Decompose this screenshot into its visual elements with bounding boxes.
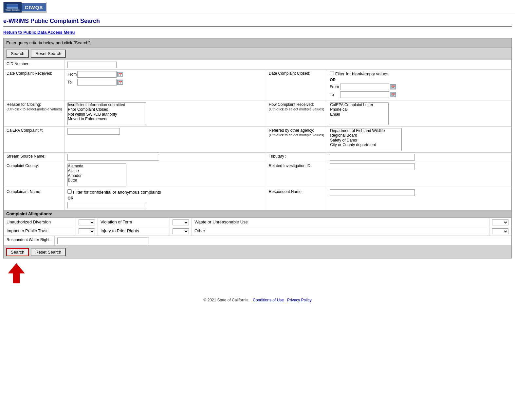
injury-select[interactable] — [173, 228, 189, 234]
impact-select[interactable] — [79, 228, 95, 234]
stream-source-input[interactable] — [67, 154, 159, 161]
complainant-label: Complainant Name: — [4, 188, 65, 210]
tributary-label: Tributary : — [266, 153, 327, 162]
cid-row: CID Number: — [4, 60, 511, 70]
how-complaint-label: How Complaint Received: (Ctrl-click to s… — [266, 101, 327, 127]
county-select[interactable]: Alameda Alpine Amador Butte — [67, 163, 126, 186]
filter-blank-checkbox[interactable] — [330, 71, 334, 75]
how-value: CalEPA Complaint Letter Phone call Email — [327, 101, 511, 127]
county-row: Complaint County: Alameda Alpine Amador … — [4, 162, 511, 188]
date-closed-from-input[interactable] — [340, 84, 389, 90]
form-container: Enter query criteria below and click "Se… — [3, 38, 512, 258]
reason-value: Insufficient information submitted Prior… — [65, 101, 266, 127]
return-link[interactable]: Return to Public Data Access Menu — [3, 30, 75, 35]
reason-select[interactable]: Insufficient information submitted Prior… — [67, 102, 146, 125]
allegations-row-2: Impact to Public Trust Injury to Prior R… — [4, 227, 511, 236]
top-reset-button[interactable]: Reset Search — [31, 49, 66, 58]
injury-select-cell — [170, 227, 192, 236]
calepa-value — [65, 127, 266, 153]
or-label-complainant: OR — [67, 196, 263, 200]
water-right-table: Respondent Water Right : — [4, 236, 511, 246]
date-received-value: From 📅 To 📅 — [65, 70, 266, 101]
respondent-name-input[interactable] — [330, 189, 415, 196]
tributary-input[interactable] — [330, 154, 415, 161]
related-inv-label: Related Investigation ID: — [266, 162, 327, 188]
bottom-button-bar: Search Reset Search — [4, 246, 511, 258]
date-closed-to-input[interactable] — [340, 91, 389, 98]
calepa-input[interactable] — [67, 128, 120, 135]
date-closed-label: Date Complaint Closed: — [266, 70, 327, 101]
date-received-to-input[interactable] — [77, 79, 117, 86]
from-label: From — [67, 72, 77, 77]
county-option-2: Alpine — [68, 168, 126, 173]
date-closed-to-row: To 📅 — [330, 91, 508, 98]
water-right-value — [54, 236, 511, 246]
ciwqs-label: CIWQS — [22, 3, 46, 11]
violation-label: Violation of Term — [98, 218, 170, 227]
date-from-row: From 📅 — [67, 71, 263, 78]
bottom-search-button[interactable]: Search — [6, 248, 29, 256]
arrow-container — [0, 258, 515, 288]
waste-label: Waste or Unreasonable Use — [192, 218, 489, 227]
page-title: e-WRIMS Public Complaint Search — [0, 15, 515, 26]
conditions-link[interactable]: Conditions of Use — [253, 298, 284, 302]
up-arrow-icon — [7, 262, 26, 285]
complainant-row: Complainant Name: Filter for confidentia… — [4, 188, 511, 210]
footer: © 2021 State of California. Conditions o… — [0, 291, 515, 309]
violation-select-cell — [170, 218, 192, 227]
complainant-value: Filter for confidential or anonymous com… — [65, 188, 266, 210]
return-link-container: Return to Public Data Access Menu — [0, 29, 515, 38]
referred-option-3: Safety of Dams — [330, 138, 401, 143]
related-inv-input[interactable] — [330, 163, 415, 170]
title-divider — [3, 26, 512, 27]
privacy-link[interactable]: Privacy Policy — [287, 298, 312, 302]
date-closed-value: Filter for blank/empty values OR From 📅 … — [327, 70, 511, 101]
stream-source-value — [65, 153, 266, 162]
cid-input[interactable] — [67, 62, 117, 68]
how-option-2: Phone call — [330, 107, 388, 112]
filter-confidential-checkbox[interactable] — [67, 189, 72, 194]
reason-option-4: Moved to Enforcement — [68, 117, 146, 121]
allegations-table: Unauthorized Diversion Violation of Term… — [4, 218, 511, 236]
calepa-label: CalEPA Complaint #: — [4, 127, 65, 153]
cid-value-cell — [65, 60, 511, 70]
complainant-input[interactable] — [67, 202, 146, 208]
waterboards-label: Water Boards — [6, 9, 20, 11]
other-label: Other — [192, 227, 489, 236]
referred-select[interactable]: Department of Fish and Wildlife Regional… — [330, 128, 402, 151]
waste-select[interactable] — [492, 220, 508, 225]
water-right-label: Respondent Water Right : — [4, 236, 55, 246]
tributary-value — [327, 153, 511, 162]
cid-label: CID Number: — [4, 60, 65, 70]
impact-select-cell — [76, 227, 98, 236]
date-received-from-input[interactable] — [77, 71, 117, 78]
how-select[interactable]: CalEPA Complaint Letter Phone call Email — [330, 102, 389, 125]
query-instruction: Enter query criteria below and click "Se… — [4, 38, 511, 48]
date-received-row: Date Complaint Received: From 📅 To 📅 Dat… — [4, 70, 511, 101]
violation-select[interactable] — [173, 220, 189, 225]
unauthorized-select[interactable] — [79, 220, 95, 225]
other-select[interactable] — [492, 228, 508, 234]
waterboards-logo: Water Boards — [4, 2, 22, 12]
referred-value: Department of Fish and Wildlife Regional… — [327, 127, 511, 153]
calendar-from-icon[interactable]: 📅 — [117, 72, 123, 77]
other-select-cell — [489, 227, 511, 236]
or-label-closed: OR — [330, 78, 508, 82]
filter-confidential-label: Filter for confidential or anonymous com… — [73, 190, 161, 195]
unauthorized-label: Unauthorized Diversion — [4, 218, 76, 227]
closed-from-label: From — [330, 85, 340, 89]
reason-label: Reason for Closing: (Ctrl-click to selec… — [4, 101, 65, 127]
water-right-input[interactable] — [57, 238, 149, 244]
how-option-1: CalEPA Complaint Letter — [330, 103, 388, 107]
referred-label: Referred by other agency: (Ctrl-click to… — [266, 127, 327, 153]
calendar-to-icon[interactable]: 📅 — [117, 80, 123, 85]
water-right-row: Respondent Water Right : — [4, 236, 511, 246]
date-to-row: To 📅 — [67, 79, 263, 86]
calendar-closed-from-icon[interactable]: 📅 — [390, 84, 396, 89]
bottom-reset-button[interactable]: Reset Search — [31, 248, 66, 256]
footer-copyright: © 2021 State of California. — [203, 298, 249, 302]
filter-blank-label: Filter for blank/empty values — [335, 71, 389, 76]
calendar-closed-to-icon[interactable]: 📅 — [390, 92, 396, 97]
related-inv-value — [327, 162, 511, 188]
top-search-button[interactable]: Search — [6, 49, 29, 58]
